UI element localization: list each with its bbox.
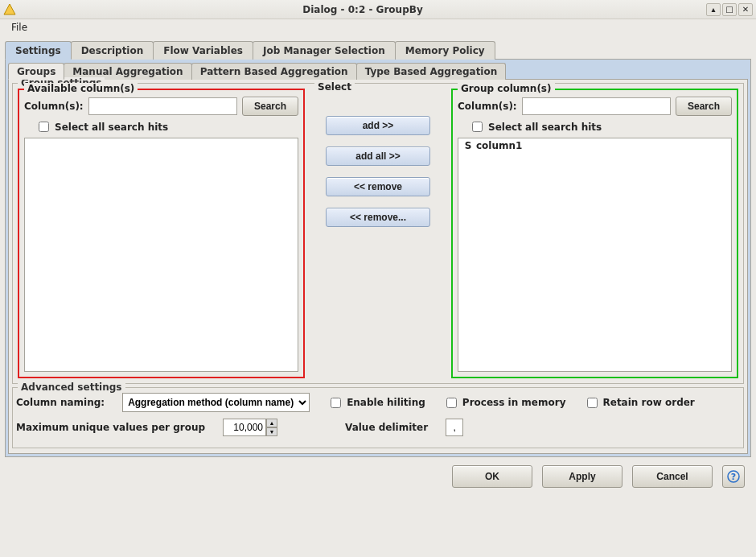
add-all-button[interactable]: add all >> [326,146,430,166]
window-close-icon[interactable]: ✕ [738,3,753,16]
tab-pattern-aggregation[interactable]: Pattern Based Aggregation [191,63,357,80]
remove-button[interactable]: << remove [326,177,430,196]
available-select-all-label: Select all search hits [55,122,168,133]
process-in-memory-label: Process in memory [462,397,566,408]
tab-flow-variables[interactable]: Flow Variables [153,41,253,60]
enable-hiliting-checkbox[interactable] [331,398,341,408]
ok-button[interactable]: OK [452,465,532,488]
column-naming-select[interactable]: Aggregation method (column name) [122,393,310,412]
retain-row-order-checkbox[interactable] [587,398,598,408]
inner-tab-panel: Group settings Available column(s) Colum… [8,79,748,454]
retain-row-order-label: Retain row order [603,397,695,408]
tab-description[interactable]: Description [71,41,154,60]
available-search-input[interactable] [88,97,237,115]
window-titlebar: Dialog - 0:2 - GroupBy ▴ □ ✕ [0,0,756,19]
select-legend: Select [314,81,355,93]
max-unique-input[interactable] [223,419,266,436]
group-search-input[interactable] [522,97,671,115]
group-settings-fieldset: Group settings Available column(s) Colum… [12,83,744,384]
help-icon: ? [727,470,740,483]
select-transfer-panel: Select add >> add all >> << remove << re… [310,89,446,378]
tab-groups[interactable]: Groups [8,63,64,80]
tab-settings[interactable]: Settings [5,41,72,60]
column-name: column1 [476,140,522,151]
group-columns-list[interactable]: Scolumn1 [458,138,732,372]
max-unique-spinner[interactable]: ▲ ▼ [223,419,277,436]
advanced-settings-fieldset: Advanced settings Column naming: Aggrega… [12,387,744,448]
retain-row-order-option[interactable]: Retain row order [584,395,695,411]
max-unique-up-icon[interactable]: ▲ [266,419,277,427]
dialog-button-bar: OK Apply Cancel ? [5,457,751,496]
svg-marker-0 [4,4,15,14]
window-roll-icon[interactable]: ▴ [706,3,721,16]
outer-tab-panel: Groups Manual Aggregation Pattern Based … [5,60,751,457]
menu-bar: File [0,19,756,35]
remove-all-button[interactable]: << remove... [326,208,430,227]
group-columns-panel: Group column(s) Column(s): Search Select… [451,89,738,378]
available-columns-legend: Available column(s) [24,83,138,94]
enable-hiliting-label: Enable hiliting [347,397,425,408]
window-title: Dialog - 0:2 - GroupBy [19,4,706,15]
max-unique-label: Maximum unique values per group [16,422,205,433]
tab-memory-policy[interactable]: Memory Policy [395,41,495,60]
value-delimiter-input[interactable] [446,419,463,436]
max-unique-down-icon[interactable]: ▼ [266,427,277,436]
list-item[interactable]: Scolumn1 [458,138,731,153]
svg-text:?: ? [731,472,736,482]
outer-tab-row: Settings Description Flow Variables Job … [5,40,751,60]
group-select-all-checkbox[interactable] [472,122,483,132]
apply-button[interactable]: Apply [542,465,622,488]
group-select-all-label: Select all search hits [488,122,602,133]
available-select-all-checkbox[interactable] [39,122,49,132]
menu-file[interactable]: File [6,20,32,35]
process-in-memory-option[interactable]: Process in memory [443,395,566,411]
column-type-icon: S [463,140,473,151]
process-in-memory-checkbox[interactable] [446,398,457,408]
enable-hiliting-option[interactable]: Enable hiliting [327,395,425,411]
available-search-button[interactable]: Search [242,97,298,116]
available-columns-label: Column(s): [24,101,84,112]
value-delimiter-label: Value delimiter [345,422,428,433]
advanced-settings-legend: Advanced settings [18,382,125,393]
available-columns-panel: Available column(s) Column(s): Search Se… [18,89,305,378]
group-search-button[interactable]: Search [676,97,732,116]
available-columns-list[interactable] [24,138,298,372]
group-columns-label: Column(s): [458,101,517,112]
cancel-button[interactable]: Cancel [632,465,713,488]
tab-job-manager[interactable]: Job Manager Selection [253,41,396,60]
group-columns-legend: Group column(s) [458,83,555,94]
tab-type-aggregation[interactable]: Type Based Aggregation [356,63,507,80]
add-button[interactable]: add >> [326,116,430,135]
app-icon [3,3,16,16]
window-maximize-icon[interactable]: □ [722,3,737,16]
column-naming-label: Column naming: [16,397,105,408]
inner-tab-row: Groups Manual Aggregation Pattern Based … [8,62,748,79]
help-button[interactable]: ? [722,465,745,488]
